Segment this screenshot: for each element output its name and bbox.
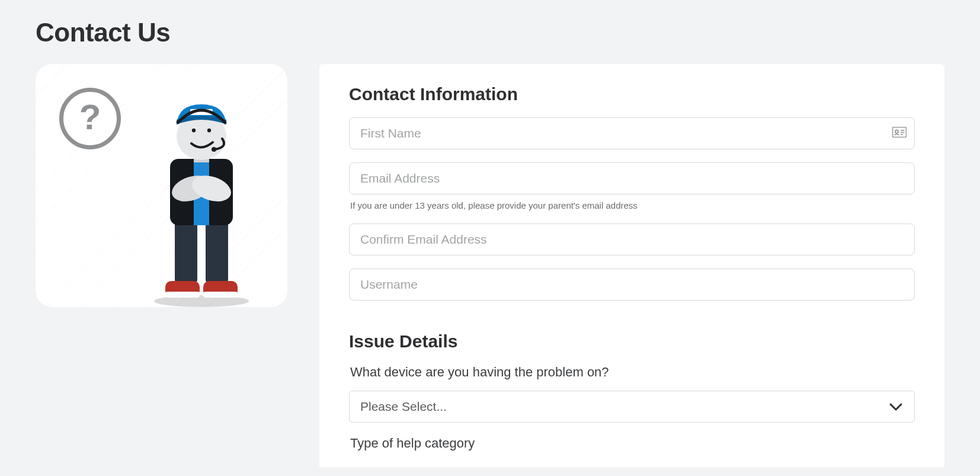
email-input[interactable] xyxy=(349,162,915,194)
device-select[interactable]: Please Select... xyxy=(349,391,915,423)
first-name-input[interactable] xyxy=(349,117,915,149)
svg-rect-1 xyxy=(175,218,197,283)
support-avatar-illustration xyxy=(139,94,264,307)
contact-form-card: Contact Information xyxy=(319,64,944,467)
id-card-icon xyxy=(892,127,907,140)
svg-point-18 xyxy=(895,130,898,133)
svg-point-16 xyxy=(212,147,216,152)
confirm-email-input[interactable] xyxy=(349,223,915,255)
username-input[interactable] xyxy=(349,269,915,301)
svg-rect-6 xyxy=(203,292,238,298)
svg-rect-2 xyxy=(206,218,228,283)
contact-info-heading: Contact Information xyxy=(349,84,915,104)
issue-details-heading: Issue Details xyxy=(349,331,915,352)
page-title: Contact Us xyxy=(36,18,944,47)
help-illustration-card: ? xyxy=(36,64,287,307)
category-question-label: Type of help category xyxy=(350,436,915,451)
svg-rect-4 xyxy=(165,292,200,298)
device-select-value: Please Select... xyxy=(360,400,447,414)
email-age-note: If you are under 13 years old, please pr… xyxy=(350,200,915,210)
svg-point-13 xyxy=(192,129,196,132)
device-question-label: What device are you having the problem o… xyxy=(350,365,915,380)
chevron-down-icon xyxy=(888,399,904,414)
question-mark-icon: ? xyxy=(59,88,121,149)
svg-point-14 xyxy=(207,129,211,132)
